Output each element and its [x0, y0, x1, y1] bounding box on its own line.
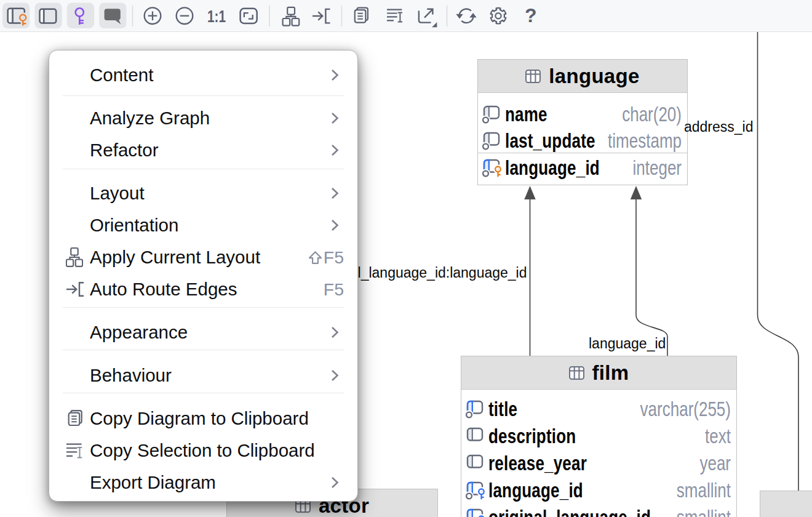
svg-text:?: ?	[525, 4, 537, 26]
svg-text:1:1: 1:1	[207, 7, 226, 26]
